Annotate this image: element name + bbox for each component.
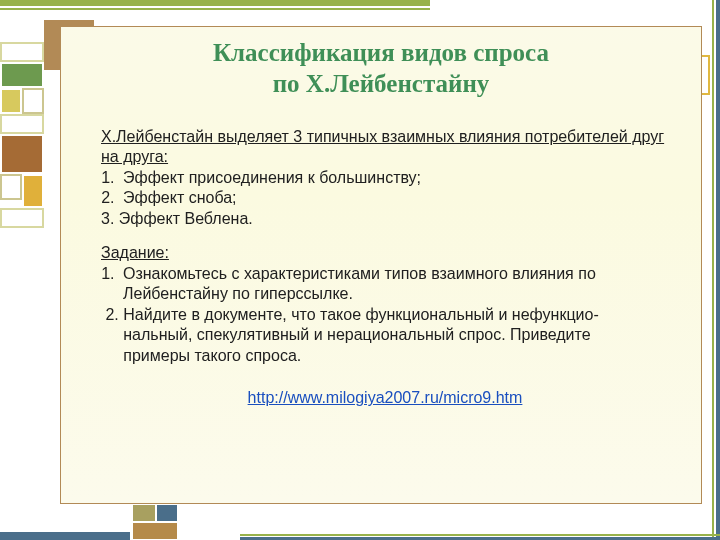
border-top-thin [0, 8, 430, 10]
content-panel: Классификация видов спроса по Х.Лейбенст… [60, 26, 702, 504]
border-bottom-thin [180, 534, 720, 536]
hyperlink[interactable]: http://www.milogiya2007.ru/micro9.htm [248, 389, 523, 406]
title-line-1: Классификация видов спроса [213, 39, 549, 66]
border-top-thick [0, 0, 430, 6]
body-text: Х.Лейбенстайн выделяет 3 типичных взаимн… [91, 127, 679, 409]
effects-list: Эффект присоединения к большинству; Эффе… [91, 168, 679, 209]
title-line-2: по Х.Лейбенстайну [273, 70, 490, 97]
list-item: Эффект присоединения к большинству; [119, 168, 679, 188]
border-right-inner [712, 0, 714, 540]
intro-text: Х.Лейбенстайн выделяет 3 типичных взаимн… [101, 128, 664, 165]
task-2: 2. Найдите в документе, что такое функци… [91, 305, 679, 366]
border-right-outer [716, 0, 720, 540]
accent-blue-bottom [0, 532, 130, 540]
effect-3: 3. Эффект Веблена. [91, 209, 679, 229]
tasks-list: Ознакомьтесь с характеристиками типов вз… [91, 264, 679, 305]
task-label: Задание: [101, 244, 169, 261]
list-item: Эффект сноба; [119, 188, 679, 208]
slide-title: Классификация видов спроса по Х.Лейбенст… [61, 27, 701, 100]
bottom-left-mondrian [132, 504, 240, 540]
left-mondrian-strip [0, 42, 44, 312]
list-item: Ознакомьтесь с характеристиками типов вз… [119, 264, 679, 305]
